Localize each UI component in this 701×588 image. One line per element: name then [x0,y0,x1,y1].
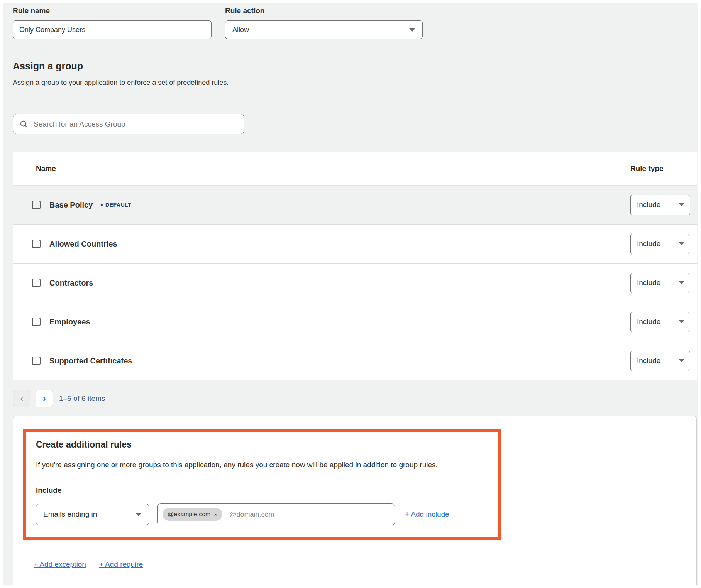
rule-action-links: + Add exception + Add require [34,560,687,569]
group-name: Allowed Countries [49,240,117,248]
row-checkbox[interactable] [32,318,41,326]
table-row: Employees Include [13,302,697,341]
row-checkbox[interactable] [32,357,41,365]
chip-label: @example.com [168,511,210,518]
additional-rules-panel: Create additional rules If you're assign… [13,416,697,585]
condition-type-value: Emails ending in [43,510,97,519]
rule-action-label: Rule action [225,7,423,15]
table-header: Name Rule type [13,152,697,186]
column-header-name: Name [36,164,630,173]
table-row: Base Policy • DEFAULT Include [13,186,697,225]
additional-rules-description: If you're assigning one or more groups t… [36,461,488,469]
chevron-down-icon [679,203,684,206]
include-rule-row: Emails ending in @example.com × + Add in… [36,503,488,525]
group-name: Employees [49,318,90,326]
search-input[interactable] [33,120,241,129]
add-require-link[interactable]: + Add require [99,560,143,569]
pagination: ‹ › 1–5 of 6 items [13,390,694,407]
access-group-search[interactable] [13,114,244,134]
rule-type-value: Include [637,318,660,326]
page-frame: Rule name Rule action Allow Assign a gro… [3,3,698,585]
column-header-rule-type: Rule type [630,164,692,173]
rule-type-value: Include [637,240,660,248]
rule-type-select[interactable]: Include [630,195,690,215]
email-domain-tag-input[interactable]: @example.com × [157,503,395,525]
table-row: Contractors Include [13,264,697,302]
chevron-right-icon: › [43,394,46,403]
chip-remove-icon[interactable]: × [214,511,217,518]
previous-page-button[interactable]: ‹ [13,390,30,407]
rule-type-select[interactable]: Include [630,234,690,254]
search-icon [20,120,28,128]
rule-type-select[interactable]: Include [630,351,690,371]
chevron-down-icon [135,513,142,516]
condition-type-select[interactable]: Emails ending in [36,504,149,525]
chevron-down-icon [679,281,684,284]
rule-form: Rule name Rule action Allow [13,7,694,39]
email-domain-chip: @example.com × [163,508,222,521]
row-checkbox[interactable] [32,240,41,248]
group-name: Supported Certificates [49,357,132,365]
table-row: Allowed Countries Include [13,225,697,264]
badge-label: DEFAULT [105,202,131,208]
table-row: Supported Certificates Include [13,341,697,380]
rule-action-value: Allow [232,26,249,34]
rule-name-input[interactable] [13,20,212,39]
add-exception-link[interactable]: + Add exception [34,560,86,569]
chevron-down-icon [679,359,684,362]
row-checkbox[interactable] [32,279,41,287]
pagination-label: 1–5 of 6 items [59,394,105,403]
chevron-left-icon: ‹ [20,394,23,403]
chevron-down-icon [679,242,684,245]
rule-type-value: Include [637,357,660,365]
highlight-outline: Create additional rules If you're assign… [23,429,501,540]
rule-type-value: Include [637,279,660,287]
default-badge: • DEFAULT [100,201,131,209]
assign-group-description: Assign a group to your application to en… [13,79,694,87]
additional-rules-title: Create additional rules [36,439,488,450]
chevron-down-icon [409,28,415,32]
next-page-button[interactable]: › [36,390,53,407]
rule-type-select[interactable]: Include [630,273,690,293]
rule-action-select[interactable]: Allow [225,20,423,39]
assign-group-title: Assign a group [13,61,694,72]
rule-name-label: Rule name [13,7,212,15]
include-label: Include [36,486,488,495]
chevron-down-icon [679,320,684,323]
rule-type-value: Include [637,201,660,209]
email-domain-input[interactable] [229,510,390,519]
access-groups-table: Name Rule type Base Policy • DEFAULT Inc… [13,152,697,380]
add-include-link[interactable]: + Add include [405,510,449,519]
group-name: Contractors [49,279,93,287]
group-name: Base Policy [49,201,93,210]
row-checkbox[interactable] [32,201,41,209]
badge-bullet-icon: • [100,201,103,209]
rule-type-select[interactable]: Include [630,312,690,332]
